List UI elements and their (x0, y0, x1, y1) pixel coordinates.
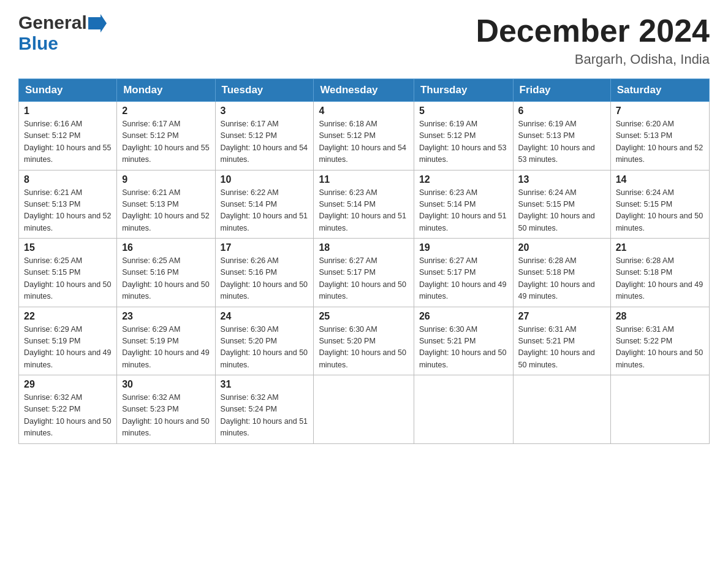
day-info: Sunrise: 6:17 AMSunset: 5:12 PMDaylight:… (122, 120, 209, 164)
calendar-table: Sunday Monday Tuesday Wednesday Thursday… (18, 79, 710, 444)
svg-marker-0 (88, 14, 107, 33)
day-number: 3 (221, 105, 309, 117)
day-info: Sunrise: 6:21 AMSunset: 5:13 PMDaylight:… (122, 188, 209, 232)
header-sunday: Sunday (19, 79, 117, 102)
header-monday: Monday (117, 79, 215, 102)
day-number: 12 (419, 174, 508, 185)
table-row: 27 Sunrise: 6:31 AMSunset: 5:21 PMDaylig… (513, 307, 610, 375)
calendar-header-row: Sunday Monday Tuesday Wednesday Thursday… (19, 79, 710, 102)
day-number: 5 (419, 105, 508, 117)
table-row: 11 Sunrise: 6:23 AMSunset: 5:14 PMDaylig… (314, 170, 414, 239)
calendar-week-2: 8 Sunrise: 6:21 AMSunset: 5:13 PMDayligh… (19, 170, 710, 239)
day-info: Sunrise: 6:23 AMSunset: 5:14 PMDaylight:… (319, 188, 406, 232)
day-info: Sunrise: 6:26 AMSunset: 5:16 PMDaylight:… (221, 256, 308, 301)
table-row: 24 Sunrise: 6:30 AMSunset: 5:20 PMDaylig… (215, 307, 314, 375)
day-info: Sunrise: 6:19 AMSunset: 5:13 PMDaylight:… (518, 120, 595, 164)
header-friday: Friday (513, 79, 610, 102)
day-info: Sunrise: 6:29 AMSunset: 5:19 PMDaylight:… (24, 325, 111, 369)
table-row: 6 Sunrise: 6:19 AMSunset: 5:13 PMDayligh… (513, 102, 610, 170)
logo-arrow-icon (88, 14, 107, 33)
calendar-week-3: 15 Sunrise: 6:25 AMSunset: 5:15 PMDaylig… (19, 239, 710, 307)
day-info: Sunrise: 6:25 AMSunset: 5:15 PMDaylight:… (24, 256, 111, 301)
table-row: 4 Sunrise: 6:18 AMSunset: 5:12 PMDayligh… (314, 102, 414, 170)
table-row: 7 Sunrise: 6:20 AMSunset: 5:13 PMDayligh… (610, 102, 709, 170)
logo-blue-text: Blue (18, 33, 58, 53)
day-number: 28 (616, 311, 704, 322)
day-info: Sunrise: 6:21 AMSunset: 5:13 PMDaylight:… (24, 188, 111, 232)
calendar-title: December 2024 (476, 12, 710, 49)
table-row: 17 Sunrise: 6:26 AMSunset: 5:16 PMDaylig… (215, 239, 314, 307)
table-row (610, 375, 709, 444)
day-number: 6 (518, 105, 605, 117)
header-saturday: Saturday (610, 79, 709, 102)
day-number: 2 (122, 105, 210, 117)
table-row: 2 Sunrise: 6:17 AMSunset: 5:12 PMDayligh… (117, 102, 215, 170)
table-row: 21 Sunrise: 6:28 AMSunset: 5:18 PMDaylig… (610, 239, 709, 307)
day-info: Sunrise: 6:30 AMSunset: 5:20 PMDaylight:… (319, 325, 406, 369)
table-row: 31 Sunrise: 6:32 AMSunset: 5:24 PMDaylig… (215, 375, 314, 444)
table-row: 18 Sunrise: 6:27 AMSunset: 5:17 PMDaylig… (314, 239, 414, 307)
day-info: Sunrise: 6:19 AMSunset: 5:12 PMDaylight:… (419, 120, 506, 164)
table-row: 14 Sunrise: 6:24 AMSunset: 5:15 PMDaylig… (610, 170, 709, 239)
day-info: Sunrise: 6:20 AMSunset: 5:13 PMDaylight:… (616, 120, 703, 164)
table-row: 16 Sunrise: 6:25 AMSunset: 5:16 PMDaylig… (117, 239, 215, 307)
day-number: 4 (319, 105, 409, 117)
day-number: 1 (24, 105, 112, 117)
day-info: Sunrise: 6:32 AMSunset: 5:23 PMDaylight:… (122, 393, 209, 437)
day-number: 15 (24, 242, 112, 253)
table-row: 19 Sunrise: 6:27 AMSunset: 5:17 PMDaylig… (414, 239, 513, 307)
table-row: 15 Sunrise: 6:25 AMSunset: 5:15 PMDaylig… (19, 239, 117, 307)
logo: General Blue (18, 12, 107, 54)
table-row: 26 Sunrise: 6:30 AMSunset: 5:21 PMDaylig… (414, 307, 513, 375)
table-row (314, 375, 414, 444)
day-info: Sunrise: 6:28 AMSunset: 5:18 PMDaylight:… (518, 256, 595, 301)
header-tuesday: Tuesday (215, 79, 314, 102)
table-row: 12 Sunrise: 6:23 AMSunset: 5:14 PMDaylig… (414, 170, 513, 239)
day-number: 14 (616, 174, 704, 185)
day-info: Sunrise: 6:24 AMSunset: 5:15 PMDaylight:… (616, 188, 703, 232)
day-number: 9 (122, 174, 210, 185)
day-number: 25 (319, 311, 409, 322)
table-row: 8 Sunrise: 6:21 AMSunset: 5:13 PMDayligh… (19, 170, 117, 239)
table-row: 9 Sunrise: 6:21 AMSunset: 5:13 PMDayligh… (117, 170, 215, 239)
table-row: 23 Sunrise: 6:29 AMSunset: 5:19 PMDaylig… (117, 307, 215, 375)
day-info: Sunrise: 6:28 AMSunset: 5:18 PMDaylight:… (616, 256, 703, 301)
table-row: 3 Sunrise: 6:17 AMSunset: 5:12 PMDayligh… (215, 102, 314, 170)
day-number: 29 (24, 379, 112, 390)
calendar-week-1: 1 Sunrise: 6:16 AMSunset: 5:12 PMDayligh… (19, 102, 710, 170)
page-header: General Blue December 2024 Bargarh, Odis… (18, 12, 710, 67)
day-number: 10 (221, 174, 309, 185)
day-number: 19 (419, 242, 508, 253)
day-info: Sunrise: 6:25 AMSunset: 5:16 PMDaylight:… (122, 256, 209, 301)
day-number: 7 (616, 105, 704, 117)
day-number: 21 (616, 242, 704, 253)
day-number: 11 (319, 174, 409, 185)
day-number: 8 (24, 174, 112, 185)
table-row: 28 Sunrise: 6:31 AMSunset: 5:22 PMDaylig… (610, 307, 709, 375)
table-row: 10 Sunrise: 6:22 AMSunset: 5:14 PMDaylig… (215, 170, 314, 239)
header-thursday: Thursday (414, 79, 513, 102)
day-info: Sunrise: 6:30 AMSunset: 5:21 PMDaylight:… (419, 325, 506, 369)
day-info: Sunrise: 6:18 AMSunset: 5:12 PMDaylight:… (319, 120, 406, 164)
table-row: 22 Sunrise: 6:29 AMSunset: 5:19 PMDaylig… (19, 307, 117, 375)
day-number: 16 (122, 242, 210, 253)
day-info: Sunrise: 6:24 AMSunset: 5:15 PMDaylight:… (518, 188, 595, 232)
day-number: 18 (319, 242, 409, 253)
table-row: 1 Sunrise: 6:16 AMSunset: 5:12 PMDayligh… (19, 102, 117, 170)
table-row: 20 Sunrise: 6:28 AMSunset: 5:18 PMDaylig… (513, 239, 610, 307)
day-number: 23 (122, 311, 210, 322)
day-info: Sunrise: 6:30 AMSunset: 5:20 PMDaylight:… (221, 325, 308, 369)
day-number: 26 (419, 311, 508, 322)
day-info: Sunrise: 6:16 AMSunset: 5:12 PMDaylight:… (24, 120, 111, 164)
calendar-week-5: 29 Sunrise: 6:32 AMSunset: 5:22 PMDaylig… (19, 375, 710, 444)
day-number: 30 (122, 379, 210, 390)
table-row: 29 Sunrise: 6:32 AMSunset: 5:22 PMDaylig… (19, 375, 117, 444)
table-row (414, 375, 513, 444)
table-row: 30 Sunrise: 6:32 AMSunset: 5:23 PMDaylig… (117, 375, 215, 444)
day-info: Sunrise: 6:31 AMSunset: 5:22 PMDaylight:… (616, 325, 703, 369)
header-wednesday: Wednesday (314, 79, 414, 102)
day-number: 17 (221, 242, 309, 253)
table-row: 5 Sunrise: 6:19 AMSunset: 5:12 PMDayligh… (414, 102, 513, 170)
day-info: Sunrise: 6:29 AMSunset: 5:19 PMDaylight:… (122, 325, 209, 369)
table-row: 25 Sunrise: 6:30 AMSunset: 5:20 PMDaylig… (314, 307, 414, 375)
